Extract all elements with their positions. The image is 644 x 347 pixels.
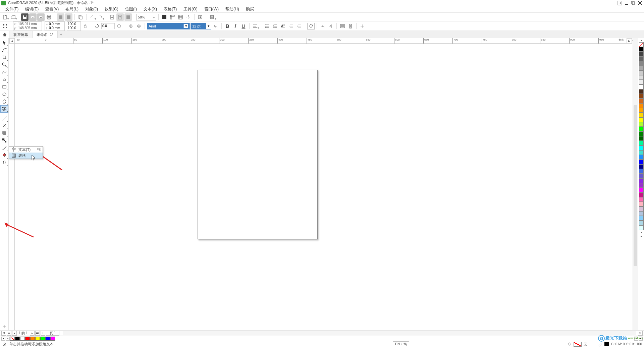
maximize-button[interactable] bbox=[631, 1, 636, 5]
drawing-canvas[interactable] bbox=[15, 44, 627, 330]
color-swatch[interactable] bbox=[639, 188, 644, 192]
shape-tool[interactable] bbox=[0, 46, 8, 54]
horizontal-scrollbar[interactable] bbox=[63, 331, 636, 335]
show-guidelines-button[interactable] bbox=[185, 13, 192, 21]
color-swatch[interactable] bbox=[639, 221, 644, 225]
language-indicator[interactable]: EN ♪ 简 bbox=[393, 341, 409, 347]
doc-color-swatch[interactable] bbox=[35, 337, 40, 341]
print-button[interactable] bbox=[45, 13, 53, 21]
scale-y-input[interactable] bbox=[68, 26, 80, 30]
cloud-up-button[interactable] bbox=[29, 13, 37, 21]
color-swatch[interactable] bbox=[639, 150, 644, 155]
zoom-tool[interactable] bbox=[0, 61, 8, 68]
align-button[interactable] bbox=[252, 22, 259, 30]
color-swatch[interactable] bbox=[639, 66, 644, 70]
copy-button[interactable] bbox=[77, 13, 84, 21]
menu-table[interactable]: 表格(T) bbox=[160, 6, 180, 12]
doc-color-swatch[interactable] bbox=[40, 337, 45, 341]
color-swatch[interactable] bbox=[639, 117, 644, 122]
save-button[interactable] bbox=[21, 13, 29, 21]
color-swatch[interactable] bbox=[639, 127, 644, 131]
prev-page-button[interactable]: ◂ bbox=[12, 331, 17, 336]
flyout-table-tool[interactable]: 表格 bbox=[9, 153, 43, 159]
menu-buy[interactable]: 购买 bbox=[243, 6, 257, 12]
menu-help[interactable]: 帮助(H) bbox=[222, 6, 243, 12]
quick-customize-button[interactable] bbox=[0, 323, 8, 330]
document-tab[interactable]: 未命名 -1* bbox=[33, 31, 58, 38]
vertical-ruler[interactable] bbox=[9, 44, 15, 330]
transparency-tool[interactable] bbox=[0, 137, 8, 144]
publish-button[interactable] bbox=[124, 13, 132, 21]
number-list-button[interactable]: 123 bbox=[271, 22, 279, 30]
color-swatch[interactable] bbox=[639, 136, 644, 141]
edit-text-button[interactable]: ab| bbox=[319, 22, 326, 30]
ruler-nav-left[interactable]: ◂ bbox=[9, 38, 15, 44]
width-input[interactable] bbox=[49, 22, 64, 26]
doc-color-swatch[interactable] bbox=[20, 337, 25, 341]
parallel-dimension-tool[interactable] bbox=[0, 115, 8, 122]
doc-palette-left[interactable]: ◂ bbox=[1, 337, 5, 341]
menu-tools[interactable]: 工具(O) bbox=[180, 6, 201, 12]
increase-font-button[interactable]: AA bbox=[212, 22, 219, 30]
next-page-button[interactable]: ▸ bbox=[30, 331, 35, 336]
drop-shadow-tool[interactable] bbox=[0, 129, 8, 137]
color-swatch[interactable] bbox=[639, 113, 644, 117]
navigator-button[interactable]: ◲ bbox=[638, 331, 643, 336]
scrollbar-thumb[interactable] bbox=[634, 105, 637, 266]
home-tab[interactable] bbox=[0, 31, 9, 38]
menu-view[interactable]: 查看(V) bbox=[42, 6, 62, 12]
ellipse-tool[interactable] bbox=[0, 91, 8, 98]
export-button[interactable] bbox=[116, 13, 124, 21]
zoom-level-combo[interactable]: 58% bbox=[136, 14, 156, 20]
cloud-down-button[interactable] bbox=[37, 13, 45, 21]
menu-text[interactable]: 文本(X) bbox=[140, 6, 160, 12]
current-fill-swatch[interactable] bbox=[574, 342, 582, 347]
color-swatch[interactable] bbox=[639, 141, 644, 146]
gear-icon[interactable] bbox=[2, 342, 7, 347]
no-fill-swatch[interactable] bbox=[10, 337, 15, 341]
connector-tool[interactable] bbox=[0, 122, 8, 129]
rotation-input[interactable] bbox=[101, 23, 115, 29]
freehand-tool[interactable] bbox=[0, 68, 8, 76]
doc-palette-flyout[interactable]: ▸ bbox=[639, 337, 643, 341]
close-button[interactable] bbox=[637, 1, 643, 5]
increase-indent-button[interactable] bbox=[287, 22, 295, 30]
color-swatch[interactable] bbox=[639, 216, 644, 221]
doc-color-swatch[interactable] bbox=[50, 337, 55, 341]
eyedropper-tool[interactable] bbox=[0, 144, 8, 152]
menu-object[interactable]: 对象(J) bbox=[82, 6, 101, 12]
y-input[interactable] bbox=[17, 26, 41, 30]
flyout-text-tool[interactable]: 字 文本(T) F8 bbox=[9, 147, 43, 153]
presets-button[interactable] bbox=[1, 22, 9, 30]
color-swatch[interactable] bbox=[639, 183, 644, 188]
color-swatch[interactable] bbox=[639, 56, 644, 61]
scale-x-input[interactable] bbox=[68, 22, 80, 26]
launch-icon[interactable] bbox=[617, 1, 623, 5]
new-button[interactable] bbox=[1, 13, 9, 21]
vertical-scrollbar[interactable] bbox=[633, 38, 638, 330]
doc-palette-add[interactable]: + bbox=[6, 337, 10, 341]
show-rulers-button[interactable] bbox=[169, 13, 176, 21]
color-swatch[interactable] bbox=[639, 207, 644, 211]
page-options-button[interactable]: ⊞ bbox=[1, 331, 6, 336]
font-size-combo[interactable]: 12 pt ▾ bbox=[191, 23, 211, 30]
color-swatch[interactable] bbox=[639, 99, 644, 103]
bold-button[interactable]: B bbox=[224, 22, 231, 30]
page-tab[interactable]: 页 1 bbox=[46, 331, 59, 336]
color-swatch[interactable] bbox=[639, 122, 644, 127]
add-page-button[interactable]: + bbox=[41, 331, 45, 336]
doc-color-swatch[interactable] bbox=[15, 337, 20, 341]
minimize-button[interactable] bbox=[624, 1, 629, 5]
mirror-v-button[interactable] bbox=[135, 22, 143, 30]
first-page-button[interactable]: ⏮ bbox=[7, 331, 11, 336]
horizontal-ruler[interactable]: -500501001502002503003504004505005506006… bbox=[15, 38, 627, 44]
color-swatch[interactable] bbox=[639, 61, 644, 66]
open-button[interactable] bbox=[9, 13, 17, 21]
color-swatch[interactable] bbox=[639, 84, 644, 89]
smart-fill-tool[interactable] bbox=[0, 159, 8, 166]
color-swatch[interactable] bbox=[639, 70, 644, 75]
artistic-media-tool[interactable] bbox=[0, 76, 8, 83]
palette-flyout-button[interactable]: ▸ bbox=[639, 234, 644, 238]
color-swatch[interactable] bbox=[639, 80, 644, 84]
undo-button[interactable] bbox=[89, 13, 96, 21]
